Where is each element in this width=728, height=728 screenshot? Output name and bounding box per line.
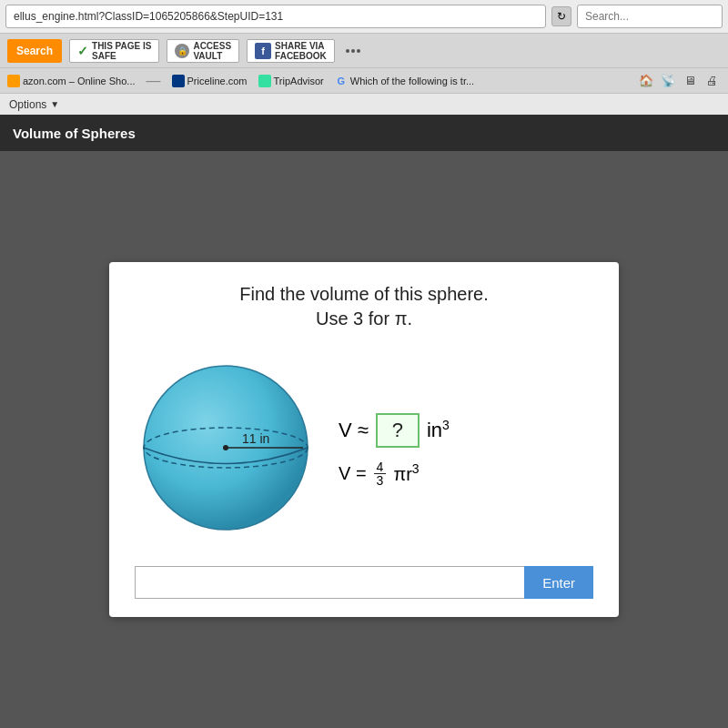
search-button[interactable]: Search xyxy=(7,39,62,63)
priceline-icon xyxy=(172,75,185,87)
refresh-icon: ↻ xyxy=(557,10,566,23)
input-row: Enter xyxy=(135,566,593,599)
dot-icon xyxy=(357,49,360,53)
checkmark-icon: ✓ xyxy=(77,44,88,58)
options-label[interactable]: Options xyxy=(9,98,46,111)
svg-point-3 xyxy=(223,445,228,450)
answer-line: V ≈ ? in3 xyxy=(339,413,593,448)
fraction-denominator: 3 xyxy=(374,474,387,487)
svg-text:11 in: 11 in xyxy=(242,431,269,446)
enter-button[interactable]: Enter xyxy=(524,566,593,599)
print-icon[interactable]: 🖨 xyxy=(703,72,721,90)
pi-label: πr3 xyxy=(393,461,419,485)
answer-input[interactable] xyxy=(135,566,524,599)
main-content: Find the volume of this sphere. Use 3 fo… xyxy=(0,151,728,728)
page-title-bar: Volume of Spheres xyxy=(0,115,728,151)
page-safe-text: THIS PAGE IS SAFE xyxy=(92,41,151,61)
address-bar: ↻ xyxy=(0,0,728,33)
access-text: ACCESS VAULT xyxy=(193,41,231,61)
dot-icon xyxy=(346,49,349,53)
v-equals-label: V = xyxy=(339,463,367,484)
fraction-numerator: 4 xyxy=(374,460,387,474)
v-approx-label: V ≈ xyxy=(339,419,369,442)
bookmark-google-label: Which of the following is tr... xyxy=(350,76,474,86)
bookmark-google[interactable]: G Which of the following is tr... xyxy=(335,75,474,87)
formula-area: V ≈ ? in3 V = 4 3 πr3 xyxy=(339,413,593,487)
card-title-line2: Use 3 for π. xyxy=(135,308,593,329)
amazon-icon xyxy=(7,75,20,87)
bookmark-tripadvisor-label: TripAdvisor xyxy=(274,76,324,86)
card-body: 11 in V ≈ ? in3 V = 4 3 πr3 xyxy=(135,348,593,551)
unit-label: in3 xyxy=(427,418,450,442)
home-icon[interactable]: 🏠 xyxy=(637,72,655,90)
sphere-illustration: 11 in xyxy=(135,348,317,551)
bookmark-priceline-label: Priceline.com xyxy=(187,76,248,86)
search-input[interactable] xyxy=(577,5,723,28)
formula-line: V = 4 3 πr3 xyxy=(339,460,593,487)
page-safe-badge: ✓ THIS PAGE IS SAFE xyxy=(69,39,159,63)
fraction: 4 3 xyxy=(374,460,387,487)
access-vault-badge[interactable]: 🔒 ACCESS VAULT xyxy=(167,39,239,63)
options-chevron-icon: ▼ xyxy=(50,99,59,109)
bookmarks-bar: azon.com – Online Sho... — Priceline.com… xyxy=(0,67,728,93)
bookmark-priceline[interactable]: Priceline.com xyxy=(172,75,248,87)
bookmark-amazon-label: azon.com – Online Sho... xyxy=(23,76,136,86)
tripadvisor-icon xyxy=(258,75,271,87)
page-title: Volume of Spheres xyxy=(13,126,136,141)
window-icon[interactable]: 🖥 xyxy=(681,72,699,90)
share-facebook-badge[interactable]: f SHARE VIA FACEBOOK xyxy=(247,39,335,63)
refresh-button[interactable]: ↻ xyxy=(551,6,571,26)
more-options-button[interactable] xyxy=(342,46,364,56)
bookmark-amazon[interactable]: azon.com – Online Sho... xyxy=(7,75,136,87)
toolbar: Search ✓ THIS PAGE IS SAFE 🔒 ACCESS VAUL… xyxy=(0,33,728,67)
card-title-line1: Find the volume of this sphere. xyxy=(135,284,593,305)
access-icon: 🔒 xyxy=(175,44,189,58)
google-icon: G xyxy=(335,75,348,87)
url-input[interactable] xyxy=(5,5,546,28)
rss-icon[interactable]: 📡 xyxy=(659,72,677,90)
facebook-icon: f xyxy=(255,43,271,59)
bookmark-tripadvisor[interactable]: TripAdvisor xyxy=(258,75,324,87)
dot-icon xyxy=(351,49,355,53)
question-card: Find the volume of this sphere. Use 3 fo… xyxy=(109,262,619,617)
answer-box: ? xyxy=(376,413,420,448)
right-icons: 🏠 📡 🖥 🖨 xyxy=(637,72,721,90)
options-bar: Options ▼ xyxy=(0,93,728,115)
separator: — xyxy=(147,73,161,89)
share-text: SHARE VIA FACEBOOK xyxy=(275,41,327,61)
